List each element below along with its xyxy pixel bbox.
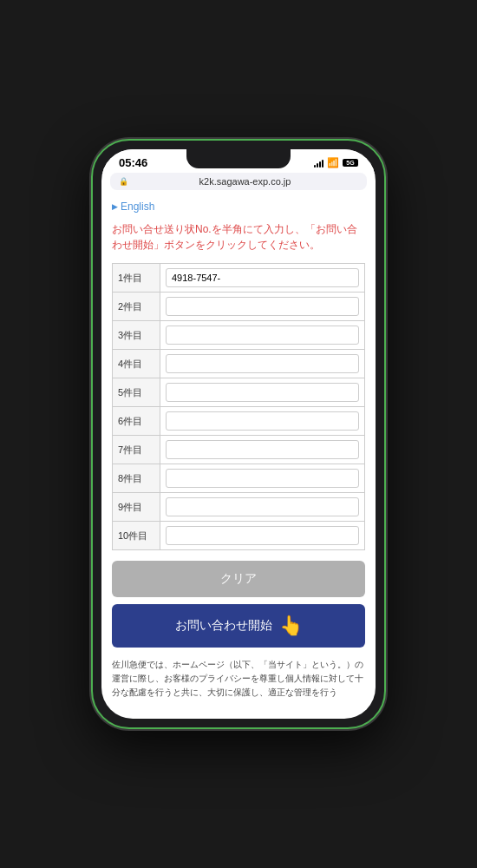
table-row: 2件目 <box>113 293 365 321</box>
row-input-cell-6 <box>160 407 365 436</box>
tracking-input-1[interactable] <box>166 268 359 287</box>
row-input-cell-8 <box>160 464 365 493</box>
phone-screen: 05:46 📶 5G 🔒 k2k.sagawa-exp.co.jp Englis… <box>101 149 376 719</box>
tracking-input-5[interactable] <box>166 383 359 402</box>
row-input-cell-1 <box>160 264 365 293</box>
tracking-input-6[interactable] <box>166 411 359 431</box>
row-label-5: 5件目 <box>113 378 160 407</box>
row-input-cell-9 <box>160 493 365 522</box>
table-row: 9件目 <box>113 493 365 522</box>
lock-icon: 🔒 <box>119 177 128 186</box>
table-row: 10件目 <box>113 522 365 550</box>
row-input-cell-3 <box>160 321 365 350</box>
row-label-4: 4件目 <box>113 350 160 378</box>
row-label-2: 2件目 <box>113 293 160 321</box>
tracking-input-7[interactable] <box>166 440 359 459</box>
table-row: 4件目 <box>113 350 365 378</box>
signal-bars-icon <box>314 159 323 168</box>
tracking-input-9[interactable] <box>166 497 359 516</box>
row-label-3: 3件目 <box>113 321 160 350</box>
battery-icon: 5G <box>343 159 358 167</box>
tracking-form-table: 1件目2件目3件目4件目5件目6件目7件目8件目9件目10件目 <box>112 263 365 550</box>
lang-label: English <box>121 201 154 213</box>
table-row: 3件目 <box>113 321 365 350</box>
row-input-cell-10 <box>160 522 365 550</box>
address-bar: 🔒 k2k.sagawa-exp.co.jp <box>110 173 367 190</box>
row-label-7: 7件目 <box>113 436 160 464</box>
status-time: 05:46 <box>119 156 147 169</box>
tracking-input-8[interactable] <box>166 469 359 488</box>
button-area: クリア お問い合わせ開始 👆 <box>112 561 365 648</box>
table-row: 8件目 <box>113 464 365 493</box>
wifi-icon: 📶 <box>327 157 339 168</box>
page-content: English お問い合せ送り状No.を半角にて入力し、「お問い合わせ開始」ボタ… <box>101 194 376 719</box>
status-icons: 📶 5G <box>314 157 358 168</box>
row-input-cell-2 <box>160 293 365 321</box>
row-label-9: 9件目 <box>113 493 160 522</box>
clear-button[interactable]: クリア <box>112 561 365 597</box>
row-label-8: 8件目 <box>113 464 160 493</box>
lang-link[interactable]: English <box>112 201 365 213</box>
row-input-cell-7 <box>160 436 365 464</box>
row-label-10: 10件目 <box>113 522 160 550</box>
instruction-text: お問い合せ送り状No.を半角にて入力し、「お問い合わせ開始」ボタンをクリックして… <box>112 221 365 253</box>
row-label-6: 6件目 <box>113 407 160 436</box>
tracking-input-4[interactable] <box>166 354 359 373</box>
table-row: 1件目 <box>113 264 365 293</box>
tracking-input-10[interactable] <box>166 526 359 545</box>
table-row: 7件目 <box>113 436 365 464</box>
tracking-input-2[interactable] <box>166 297 359 316</box>
table-row: 5件目 <box>113 378 365 407</box>
row-input-cell-4 <box>160 350 365 378</box>
notch <box>186 149 291 168</box>
table-row: 6件目 <box>113 407 365 436</box>
url-text: k2k.sagawa-exp.co.jp <box>132 176 358 187</box>
footer-text: 佐川急便では、ホームページ（以下、「当サイト」という。）の運営に際し、お客様のプ… <box>112 658 365 700</box>
submit-button[interactable]: お問い合わせ開始 👆 <box>112 604 365 648</box>
row-label-1: 1件目 <box>113 264 160 293</box>
phone-frame: 05:46 📶 5G 🔒 k2k.sagawa-exp.co.jp Englis… <box>91 139 386 729</box>
submit-label: お問い合わせ開始 <box>175 618 272 634</box>
hand-pointer-icon: 👆 <box>279 615 303 637</box>
tracking-input-3[interactable] <box>166 326 359 345</box>
row-input-cell-5 <box>160 378 365 407</box>
